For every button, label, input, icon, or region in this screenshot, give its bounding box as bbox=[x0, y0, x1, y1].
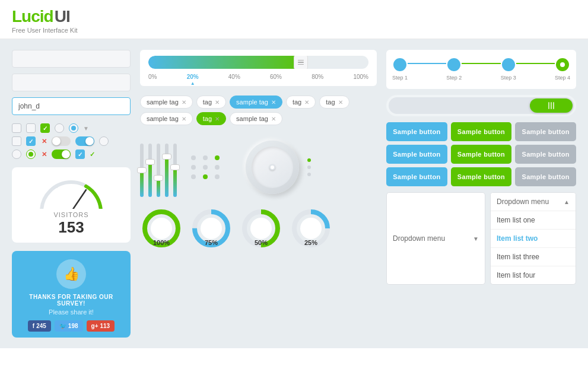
survey-title: THANKS FOR TAKING OUR SURVEY! bbox=[18, 294, 125, 307]
dropdown-open-label: Dropdown menu bbox=[497, 198, 549, 206]
visitors-label: VISITORS bbox=[53, 211, 88, 218]
input-field-2[interactable] bbox=[12, 74, 131, 91]
tag-1[interactable]: tag ✕ bbox=[196, 96, 226, 109]
chevron-down-icon: ▼ bbox=[473, 236, 479, 242]
twitter-button[interactable]: 🐦 198 bbox=[55, 320, 83, 332]
toggle-on-blue[interactable] bbox=[75, 136, 94, 146]
toggle-off[interactable] bbox=[52, 136, 71, 146]
checkbox-unchecked-1[interactable] bbox=[12, 123, 21, 133]
progress-track[interactable] bbox=[148, 56, 368, 69]
dropdown-item-4[interactable]: Item list four bbox=[491, 266, 576, 284]
input-field-1[interactable] bbox=[12, 50, 131, 68]
dropdown-item-3[interactable]: Item list three bbox=[491, 248, 576, 266]
button-blue-1[interactable]: Sample button bbox=[386, 122, 447, 141]
checkbox-checked-blue[interactable]: ✓ bbox=[26, 136, 36, 146]
donut-75: 75% bbox=[190, 207, 233, 278]
knob-dot bbox=[269, 164, 275, 170]
speedometer: VISITORS 153 bbox=[12, 167, 131, 243]
cb-row-1: ✓ ▼ bbox=[12, 123, 131, 133]
button-green-1[interactable]: Sample button bbox=[451, 122, 512, 141]
v-slider-1[interactable] bbox=[140, 144, 144, 197]
input-field-3[interactable] bbox=[12, 97, 131, 115]
v-slider-5[interactable] bbox=[173, 144, 177, 197]
twitter-icon: 🐦 bbox=[59, 323, 66, 329]
step-4: Step 4 bbox=[555, 58, 570, 81]
dropdown-item-1[interactable]: Item list one bbox=[491, 211, 576, 230]
v-slider-3[interactable] bbox=[157, 144, 160, 197]
progress-fill bbox=[148, 56, 307, 69]
button-gray-3[interactable]: Sample button bbox=[515, 167, 576, 186]
subtitle: Free User Interface Kit bbox=[12, 27, 576, 34]
toggle-on-green[interactable] bbox=[52, 149, 71, 159]
donuts-row: 100% 75% bbox=[140, 207, 377, 278]
right-column: Step 1 Step 2 Step 3 Step bbox=[386, 50, 576, 338]
checkbox-checked-2[interactable]: ✓ bbox=[75, 149, 85, 159]
step-2-label: Step 2 bbox=[446, 75, 462, 81]
radio-unchecked-3[interactable] bbox=[12, 149, 21, 159]
tag-sample-3[interactable]: sample tag ✕ bbox=[230, 112, 282, 125]
check-icon: ✓ bbox=[90, 151, 95, 158]
tag-sample-2[interactable]: sample tag ✕ bbox=[140, 112, 193, 125]
tag-sample-1[interactable]: sample tag ✕ bbox=[140, 96, 193, 109]
checkbox-unchecked-3[interactable] bbox=[12, 136, 21, 146]
radio-active[interactable] bbox=[69, 123, 78, 133]
google-plus-count: 113 bbox=[100, 323, 110, 329]
step-1-circle bbox=[393, 58, 406, 71]
step-1: Step 1 bbox=[392, 58, 408, 81]
v-slider-1-wrap bbox=[140, 138, 144, 197]
button-green-2[interactable]: Sample button bbox=[451, 145, 512, 164]
tags-section: sample tag ✕ tag ✕ sample tag ✕ tag ✕ ta… bbox=[140, 93, 377, 128]
donut-50: 50% bbox=[240, 207, 282, 278]
cross-icon: ✕ bbox=[42, 138, 47, 145]
step-4-circle bbox=[556, 58, 569, 71]
progress-handle[interactable] bbox=[294, 56, 308, 69]
button-gray-2[interactable]: Sample button bbox=[515, 145, 576, 164]
step-connector-1 bbox=[408, 63, 446, 64]
v-slider-2[interactable] bbox=[148, 144, 152, 197]
cb-row-2: ✓ ✕ bbox=[12, 136, 131, 146]
v-slider-5-wrap bbox=[173, 138, 177, 197]
google-plus-icon: g+ bbox=[91, 323, 98, 329]
logo-ui: UI bbox=[55, 7, 70, 26]
facebook-button[interactable]: f 245 bbox=[28, 320, 51, 332]
button-gray-1[interactable]: Sample button bbox=[515, 122, 576, 141]
controls-section: ✓ ▼ ✓ ✕ ✕ ✓ ✓ bbox=[12, 123, 131, 159]
dropdown-open-header[interactable]: Dropdown menu ▲ bbox=[491, 193, 576, 211]
button-blue-2[interactable]: Sample button bbox=[386, 145, 447, 164]
large-toggle-track[interactable] bbox=[389, 97, 574, 114]
large-toggle-wrap bbox=[386, 95, 576, 116]
tag-sample-blue[interactable]: sample tag ✕ bbox=[230, 96, 282, 109]
facebook-icon: f bbox=[33, 323, 34, 329]
donut-100: 100% bbox=[140, 207, 183, 278]
progress-label-0: 0% bbox=[148, 74, 157, 80]
radio-unchecked-2[interactable] bbox=[99, 136, 109, 146]
checkbox-checked-green[interactable]: ✓ bbox=[40, 123, 50, 133]
left-column: ✓ ▼ ✓ ✕ ✕ ✓ ✓ bbox=[12, 50, 131, 338]
logo-lucid: Lucid bbox=[12, 7, 53, 26]
tag-3[interactable]: tag ✕ bbox=[319, 96, 349, 109]
knob-side-dots bbox=[307, 158, 311, 176]
dropdown-closed[interactable]: Dropdown menu ▼ bbox=[386, 192, 485, 285]
v-slider-4-wrap bbox=[165, 138, 169, 197]
google-plus-button[interactable]: g+ 113 bbox=[87, 320, 115, 332]
v-slider-4[interactable] bbox=[165, 144, 169, 197]
rotary-knob[interactable] bbox=[246, 141, 299, 194]
button-blue-3[interactable]: Sample button bbox=[386, 167, 447, 186]
dropdown-open: Dropdown menu ▲ Item list one Item list … bbox=[490, 192, 576, 285]
sliders-knob-row bbox=[140, 135, 377, 200]
v-slider-2-wrap bbox=[148, 138, 152, 197]
progress-labels: 0% 20% 40% 60% 80% 100% bbox=[148, 74, 368, 80]
checkbox-unchecked-2[interactable] bbox=[26, 123, 36, 133]
dropdown-item-2[interactable]: Item list two bbox=[491, 230, 576, 248]
radio-green[interactable] bbox=[26, 149, 36, 159]
step-3-circle bbox=[502, 58, 515, 71]
step-connector-2 bbox=[462, 63, 500, 64]
progress-label-60: 60% bbox=[270, 74, 282, 80]
tag-2[interactable]: tag ✕ bbox=[286, 96, 316, 109]
chevron-up-icon: ▲ bbox=[564, 199, 570, 205]
thumbs-up-icon: 👍 bbox=[56, 259, 86, 289]
button-green-3[interactable]: Sample button bbox=[451, 167, 512, 186]
knob-inner bbox=[252, 147, 293, 188]
tag-green[interactable]: tag ✕ bbox=[196, 112, 226, 125]
radio-unchecked[interactable] bbox=[55, 123, 64, 133]
